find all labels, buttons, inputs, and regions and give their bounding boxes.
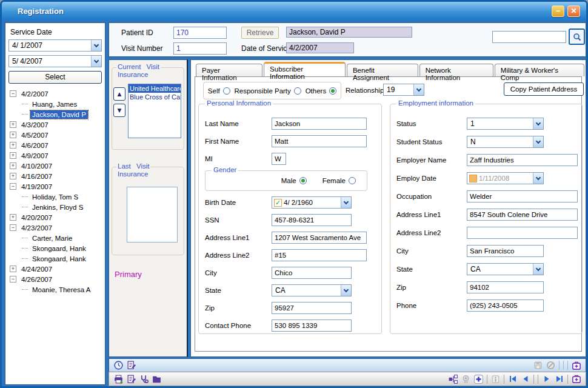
tree-item-label[interactable]: 4/19/2007 xyxy=(19,182,54,191)
expand-icon[interactable]: + xyxy=(10,121,16,128)
visit-number-input[interactable] xyxy=(173,42,227,55)
tab-military-workers-comp[interactable]: Military & Worker's Comp xyxy=(495,64,584,76)
tab-benefit-assignment[interactable]: Benefit Assignment xyxy=(347,64,418,76)
student-status-select[interactable]: N xyxy=(467,136,544,148)
tree-item-date[interactable]: −4/26/2007 xyxy=(8,274,102,284)
employer-city-input[interactable] xyxy=(467,245,544,257)
tree-item-label[interactable]: Jenkins, Floyd S xyxy=(30,203,85,212)
nav-first-button[interactable] xyxy=(506,373,519,385)
occupation-input[interactable] xyxy=(467,190,578,202)
minimize-button[interactable]: − xyxy=(552,5,564,17)
mi-input[interactable] xyxy=(272,153,286,165)
tree-item-patient[interactable]: Holiday, Tom S xyxy=(8,192,102,202)
tree-item-label[interactable]: Skongaard, Hank xyxy=(30,244,88,253)
last-name-input[interactable] xyxy=(272,118,367,130)
history-button[interactable] xyxy=(112,360,125,371)
ssn-input[interactable] xyxy=(272,214,352,226)
tree-item-patient[interactable]: Carter, Marie xyxy=(8,233,102,243)
add-button[interactable] xyxy=(472,373,485,385)
employer-name-input[interactable] xyxy=(467,154,578,166)
tree-item-date[interactable]: −4/19/2007 xyxy=(8,181,102,192)
expand-icon[interactable]: + xyxy=(10,214,16,221)
tree-item-label[interactable]: Jackson, David P xyxy=(30,110,88,119)
relationship-select[interactable]: 19 xyxy=(383,84,424,96)
tree-item-label[interactable]: 4/26/2007 xyxy=(19,275,54,284)
employ-date-checkbox[interactable] xyxy=(469,175,477,182)
dropdown-button[interactable] xyxy=(341,197,351,208)
responsible-party-radio[interactable] xyxy=(294,87,301,95)
expand-icon[interactable]: + xyxy=(10,132,16,138)
tree-item-label[interactable]: 4/24/2007 xyxy=(19,265,54,273)
employer-phone-input[interactable] xyxy=(467,299,544,312)
state-select[interactable]: CA xyxy=(272,284,352,296)
org-tree-button[interactable] xyxy=(447,373,459,385)
retrieve-button[interactable]: Retrieve xyxy=(241,27,279,39)
tree-item-label[interactable]: 4/20/2007 xyxy=(19,213,54,222)
clinical-button[interactable] xyxy=(138,373,150,385)
move-up-button[interactable]: ▲ xyxy=(113,87,125,101)
dropdown-button[interactable] xyxy=(91,56,101,67)
document-button[interactable] xyxy=(125,373,138,385)
expand-icon[interactable]: + xyxy=(10,142,16,149)
tree-item-date[interactable]: −4/23/2007 xyxy=(8,222,102,233)
male-radio[interactable] xyxy=(299,177,307,184)
select-button[interactable]: Select xyxy=(8,71,102,84)
dropdown-button[interactable] xyxy=(91,40,101,51)
contact-phone-input[interactable] xyxy=(272,319,352,332)
edit-notes-button[interactable] xyxy=(125,360,138,371)
employment-status-select[interactable]: 1 xyxy=(467,118,544,130)
nav-previous-button[interactable] xyxy=(519,373,532,385)
birth-date-picker[interactable]: ✓ 4/ 2/1960 xyxy=(272,196,352,209)
collapse-icon[interactable]: − xyxy=(10,183,16,190)
tree-item-label[interactable]: Carter, Marie xyxy=(30,234,74,242)
dropdown-button[interactable] xyxy=(413,84,424,95)
tree-item-patient[interactable]: Moanie, Theresa A xyxy=(8,284,102,295)
current-insurance-list[interactable]: United HealthcareBlue Cross of Califo xyxy=(128,84,181,138)
move-down-button[interactable]: ▼ xyxy=(113,104,125,117)
tree-item-label[interactable]: 4/6/2007 xyxy=(19,141,50,150)
tree-item-date[interactable]: +4/6/2007 xyxy=(8,140,102,150)
collapse-icon[interactable]: − xyxy=(10,224,16,231)
tree-item-date[interactable]: +4/5/2007 xyxy=(8,130,102,140)
copy-patient-address-button[interactable]: Copy Patient Address xyxy=(504,82,584,96)
tree-item-date[interactable]: +4/3/2007 xyxy=(8,119,102,130)
medical-bag-button[interactable] xyxy=(570,360,583,371)
dropdown-button[interactable] xyxy=(533,264,543,275)
nav-next-button[interactable] xyxy=(540,373,553,385)
close-button[interactable]: ✕ xyxy=(567,5,580,17)
tree-item-label[interactable]: 4/9/2007 xyxy=(19,152,50,160)
tree-item-patient[interactable]: Skongaard, Hank xyxy=(8,243,102,253)
tree-item-label[interactable]: Skongaard, Hank xyxy=(30,255,88,263)
tree-item-label[interactable]: Huang, James xyxy=(30,100,79,109)
tree-item-date[interactable]: +4/16/2007 xyxy=(8,171,102,181)
employer-zip-input[interactable] xyxy=(467,281,544,293)
tree-item-patient[interactable]: Jackson, David P xyxy=(8,109,102,119)
service-date-to-select[interactable]: 5/ 4/2007 xyxy=(8,55,102,67)
tree-item-label[interactable]: 4/3/2007 xyxy=(19,121,50,129)
address-line2-input[interactable] xyxy=(272,249,367,261)
dropdown-button[interactable] xyxy=(533,118,543,129)
collapse-icon[interactable]: − xyxy=(10,90,16,97)
expand-icon[interactable]: + xyxy=(10,266,16,272)
search-input[interactable] xyxy=(492,31,566,43)
insurance-list-item[interactable]: United Healthcare xyxy=(129,84,181,93)
patient-id-input[interactable] xyxy=(173,27,227,39)
folder-button[interactable] xyxy=(150,373,163,385)
city-input[interactable] xyxy=(272,267,352,279)
tree-item-patient[interactable]: Jenkins, Floyd S xyxy=(8,202,102,212)
expand-icon[interactable]: + xyxy=(10,173,16,179)
tree-item-label[interactable]: 4/2/2007 xyxy=(19,90,50,98)
tree-item-patient[interactable]: Huang, James xyxy=(8,99,102,109)
tree-item-label[interactable]: 4/16/2007 xyxy=(19,172,54,181)
tab-payer-information[interactable]: Payer Information xyxy=(196,64,262,76)
tab-network-information[interactable]: Network Information xyxy=(419,64,493,76)
last-insurance-list[interactable] xyxy=(127,187,178,242)
tree-item-date[interactable]: +4/20/2007 xyxy=(8,212,102,222)
expand-icon[interactable]: + xyxy=(10,152,16,159)
self-radio[interactable] xyxy=(223,87,230,95)
search-button[interactable] xyxy=(569,28,585,45)
expand-icon[interactable]: + xyxy=(10,162,16,169)
address-line1-input[interactable] xyxy=(272,232,367,244)
tree-item-label[interactable]: 4/10/2007 xyxy=(19,162,54,170)
insurance-list-item[interactable]: Blue Cross of Califo xyxy=(129,93,181,101)
